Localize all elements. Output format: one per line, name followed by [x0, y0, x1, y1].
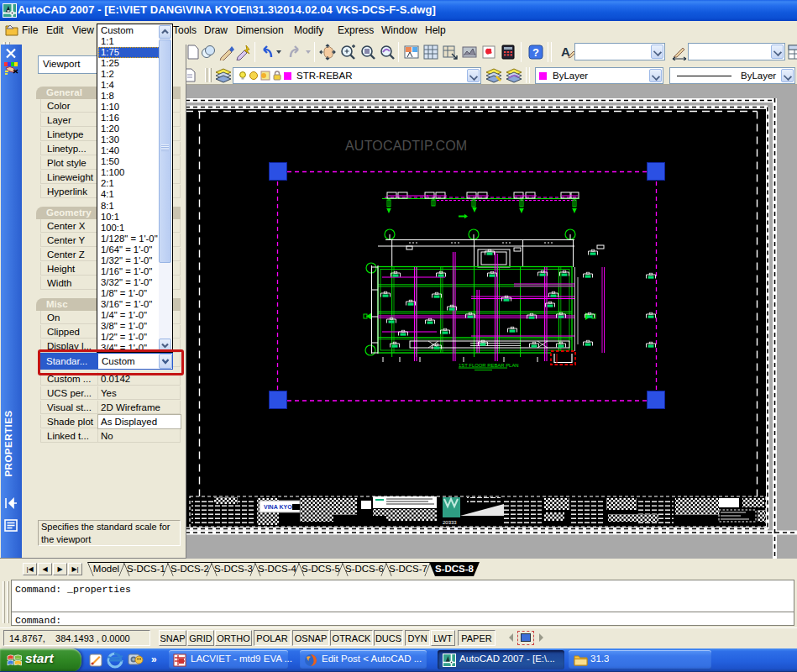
svg-text:AUTOCADTIP.COM: AUTOCADTIP.COM: [345, 139, 467, 153]
svg-text:1ST FLOOR REBAR PLAN: 1ST FLOOR REBAR PLAN: [459, 363, 519, 368]
svg-text:20333: 20333: [443, 520, 457, 525]
svg-text:?: ?: [532, 46, 539, 59]
